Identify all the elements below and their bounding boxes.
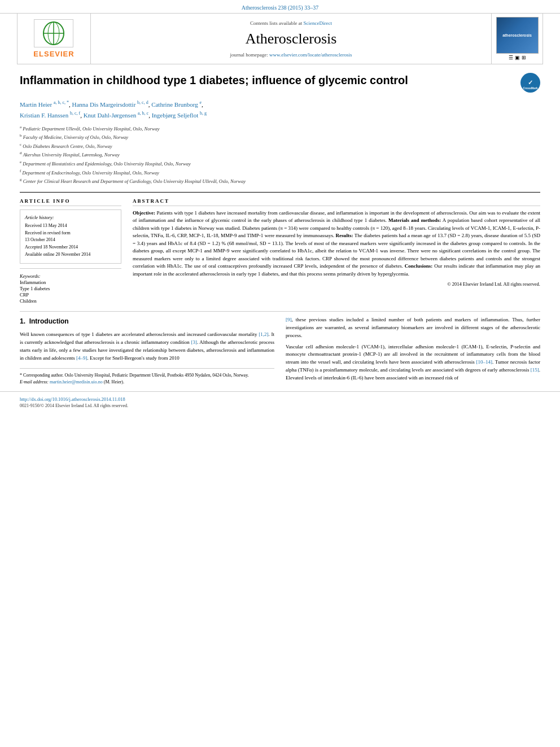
ref-4-9[interactable]: [4–9]	[76, 355, 88, 361]
body-divider	[20, 311, 540, 312]
affil-g: g Center for Clinical Heart Research and…	[20, 177, 540, 185]
abstract-conclusions-label: Conclusions:	[405, 263, 433, 269]
keyword-crp: CRP	[20, 292, 121, 298]
doi-link[interactable]: http://dx.doi.org/10.1016/j.atherosclero…	[20, 396, 125, 402]
top-bar: Atherosclerosis 238 (2015) 33–37	[0, 0, 560, 14]
affil-b: b Faculty of Medicine, University of Osl…	[20, 133, 540, 141]
elsevier-wordmark: ELSEVIER	[33, 50, 74, 58]
ref-15[interactable]: [15]	[531, 367, 539, 373]
authors-section: Martin Heier a, b, c, *, Hanna Dis Marge…	[20, 99, 540, 121]
journal-homepage-link[interactable]: www.elsevier.com/locate/atherosclerosis	[269, 52, 352, 58]
online-date: Available online 20 November 2014	[25, 251, 116, 259]
journal-cover-image: atherosclerosis	[496, 17, 539, 54]
ref-9[interactable]: [9]	[286, 317, 292, 322]
icon3: ⊞	[522, 55, 526, 60]
history-label: Article history:	[25, 215, 116, 220]
elsevier-logo-section: ELSEVIER	[18, 14, 91, 64]
article-info-heading: ARTICLE INFO	[20, 198, 121, 206]
author-seljeflot[interactable]: Ingebjørg Seljeflot	[152, 112, 199, 119]
affil-e: e Department of Biostatistics and Epidem…	[20, 159, 540, 168]
contents-available-text: Contents lists available at ScienceDirec…	[250, 20, 332, 26]
body-left-column: 1. Introduction Well known consequences …	[20, 316, 274, 386]
article-dates: Received 13 May 2014 Received in revised…	[25, 222, 116, 259]
article-info-abstract: ARTICLE INFO Article history: Received 1…	[20, 198, 540, 304]
journal-header-center: Contents lists available at ScienceDirec…	[91, 14, 492, 64]
journal-reference[interactable]: Atherosclerosis 238 (2015) 33–37	[242, 5, 318, 11]
crossmark-badge: ✓ CrossMark	[520, 73, 540, 93]
title-section: ✓ CrossMark Inflammation in childhood ty…	[20, 73, 540, 93]
ref-3[interactable]: [3]	[191, 339, 197, 345]
footnote-email: E-mail address: martin.heier@medisin.uio…	[20, 379, 274, 386]
abstract-materials-label: Materials and methods:	[388, 217, 441, 223]
revised-date: 13 October 2014	[25, 237, 116, 244]
sciencedirect-link[interactable]: ScienceDirect	[304, 20, 332, 26]
author-dahl-jorgensen[interactable]: Knut Dahl-Jørgensen	[84, 112, 137, 119]
abstract-results-label: Results:	[336, 233, 353, 238]
ref-1-2[interactable]: [1,2]	[259, 331, 268, 337]
affil-d: d Akershus University Hospital, Lørensko…	[20, 150, 540, 159]
bottom-copyright: 0021-9150/© 2014 Elsevier Ireland Ltd. A…	[20, 403, 540, 408]
section-divider-1	[20, 192, 540, 193]
body-right-column: [9], these previous studies included a l…	[286, 316, 540, 386]
intro-paragraph1-right: [9], these previous studies included a l…	[286, 316, 540, 340]
icon1: ☰	[509, 55, 513, 60]
journal-homepage: journal homepage: www.elsevier.com/locat…	[230, 52, 352, 58]
article-content: ✓ CrossMark Inflammation in childhood ty…	[0, 64, 560, 391]
page: Atherosclerosis 238 (2015) 33–37 ELSEVIE…	[0, 0, 560, 412]
article-history-box: Article history: Received 13 May 2014 Re…	[20, 209, 121, 264]
author-heier[interactable]: Martin Heier	[20, 101, 52, 108]
intro-paragraph2-right: Vascular cell adhesion molecule-1 (VCAM-…	[286, 343, 540, 383]
abstract-copyright: © 2014 Elsevier Ireland Ltd. All rights …	[133, 281, 540, 287]
icon2: ▣	[515, 55, 520, 60]
keyword-inflammation: Inflammation	[20, 279, 121, 285]
footnote-text: * Corresponding author. Oslo University …	[20, 372, 274, 379]
keyword-children: Children	[20, 298, 121, 304]
revised-label: Received in revised form	[25, 230, 116, 237]
ref-10-14[interactable]: [10–14]	[476, 359, 492, 365]
elsevier-logo-image	[34, 19, 73, 47]
journal-cover: atherosclerosis ☰ ▣ ⊞	[492, 14, 542, 64]
footnote: * Corresponding author. Oslo University …	[20, 368, 274, 386]
affiliations-section: a Pediatric Department Ullevål, Oslo Uni…	[20, 124, 540, 185]
abstract-objective-label: Objective:	[133, 210, 155, 216]
author-hanssen[interactable]: Kristian F. Hanssen	[20, 112, 68, 119]
author-margeirsdottir[interactable]: Hanna Dis Margeirsdottir	[72, 101, 135, 108]
authors-line1: Martin Heier a, b, c, *, Hanna Dis Marge…	[20, 99, 540, 110]
accepted-date: Accepted 18 November 2014	[25, 244, 116, 251]
bottom-links: http://dx.doi.org/10.1016/j.atherosclero…	[0, 391, 560, 412]
journal-header: ELSEVIER Contents lists available at Sci…	[17, 14, 543, 64]
keywords-section: Keywords: Inflammation Type 1 diabetes C…	[20, 273, 121, 304]
affil-f: f Department of Endocrinology, Oslo Univ…	[20, 168, 540, 177]
article-title: Inflammation in childhood type 1 diabete…	[20, 73, 540, 88]
journal-name: Atherosclerosis	[246, 30, 337, 47]
authors-line2: Kristian F. Hanssen b, c, f, Knut Dahl-J…	[20, 110, 540, 120]
abstract-heading: ABSTRACT	[133, 198, 540, 206]
affil-c: c Oslo Diabetes Research Centre, Oslo, N…	[20, 142, 540, 150]
keywords-divider	[20, 268, 121, 269]
introduction-heading: 1. Introduction	[20, 316, 274, 327]
author-brunborg[interactable]: Cathrine Brunborg	[151, 101, 198, 108]
abstract-text: Objective: Patients with type 1 diabetes…	[133, 209, 540, 278]
received-date: Received 13 May 2014	[25, 222, 116, 230]
article-info-column: ARTICLE INFO Article history: Received 1…	[20, 198, 121, 304]
header-icons: ☰ ▣ ⊞	[509, 55, 526, 60]
keyword-diabetes: Type 1 diabetes	[20, 286, 121, 291]
body-content: 1. Introduction Well known consequences …	[20, 316, 540, 386]
abstract-column: ABSTRACT Objective: Patients with type 1…	[133, 198, 540, 304]
elsevier-logo: ELSEVIER	[33, 19, 74, 58]
author-email-link[interactable]: martin.heier@medisin.uio.no	[50, 379, 103, 385]
keywords-label: Keywords:	[20, 273, 121, 279]
introduction-paragraph1: Well known consequences of type 1 diabet…	[20, 331, 274, 362]
affil-a: a Pediatric Department Ullevål, Oslo Uni…	[20, 124, 540, 133]
